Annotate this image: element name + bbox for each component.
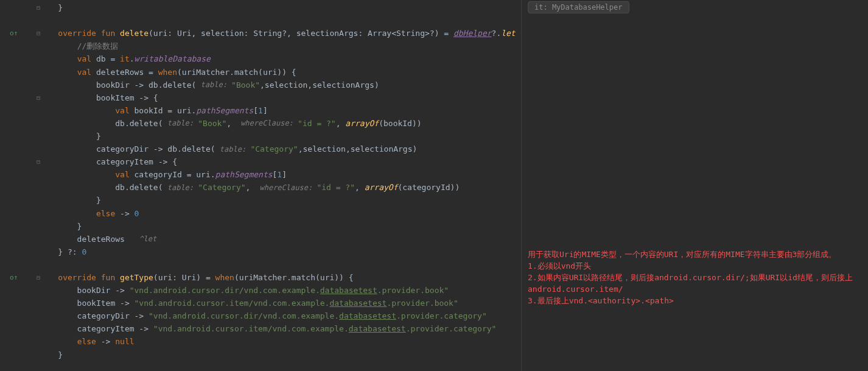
code-line: else -> null xyxy=(35,335,521,348)
code-line: //删除数据 xyxy=(35,40,521,52)
override-mark-icon[interactable]: o↑ xyxy=(10,29,18,37)
side-comment-line: 用于获取Uri的MIME类型，一个内容的URI，对应所有的MIME字符串主要由3… xyxy=(528,249,862,260)
code-line: categoryItem -> { xyxy=(35,155,521,168)
side-comment-line: 3.最后接上vnd.<authority>.<path> xyxy=(528,295,862,306)
gutter: ⊟ o↑⊟ ⊟ ⊟ o↑⊟ xyxy=(0,0,35,371)
code-line: } xyxy=(35,130,521,143)
side-comment-line: 1.必须以vnd开头 xyxy=(528,260,862,272)
code-line xyxy=(35,14,521,27)
code-line: db.delete( table: "Category", whereClaus… xyxy=(35,181,521,194)
inlay-hint: it: MyDatabaseHelper xyxy=(528,1,629,13)
override-mark-icon[interactable]: o↑ xyxy=(10,274,18,281)
code-line: val categoryId = uri.pathSegments[1] xyxy=(35,168,521,181)
code-line: val db = it.writableDatabase xyxy=(35,52,521,65)
code-line: } xyxy=(35,220,521,233)
code-line: } xyxy=(35,1,521,14)
code-line: else -> 0 xyxy=(35,207,521,220)
side-comment-block: 用于获取Uri的MIME类型，一个内容的URI，对应所有的MIME字符串主要由3… xyxy=(528,249,862,306)
side-panel: it: MyDatabaseHelper 用于获取Uri的MIME类型，一个内容… xyxy=(521,0,868,371)
code-line: } xyxy=(35,194,521,207)
code-line: } xyxy=(35,348,521,361)
code-line: } ?: 0 xyxy=(35,246,521,258)
code-line: deleteRows ^let xyxy=(35,233,521,246)
code-line: override fun delete(uri: Uri, selection:… xyxy=(35,27,521,40)
code-line: bookDir -> "vnd.android.cursor.dir/vnd.c… xyxy=(35,284,521,297)
editor-wrapper: ⊟ o↑⊟ ⊟ ⊟ o↑⊟ } override fun delete(uri: xyxy=(0,0,868,371)
side-comment-line: 2.如果内容URI以路径结尾，则后接android.cursor.dir/;如果… xyxy=(528,272,862,295)
code-editor[interactable]: } override fun delete(uri: Uri, selectio… xyxy=(35,0,521,371)
code-line: bookItem -> "vnd.android.cursor.item/vnd… xyxy=(35,297,521,309)
code-line: categoryDir -> "vnd.android.cursor.dir/v… xyxy=(35,309,521,322)
code-line: bookDir -> db.delete( table: "Book",sele… xyxy=(35,79,521,91)
code-line: val bookId = uri.pathSegments[1] xyxy=(35,104,521,117)
code-line: val deleteRows = when(uriMatcher.match(u… xyxy=(35,65,521,78)
code-line: bookItem -> { xyxy=(35,91,521,104)
code-line: categoryItem -> "vnd.android.cursor.item… xyxy=(35,322,521,335)
code-line xyxy=(35,258,521,271)
code-line: override fun getType(uri: Uri) = when(ur… xyxy=(35,271,521,284)
code-line: categoryDir -> db.delete( table: "Catego… xyxy=(35,143,521,155)
code-line: db.delete( table: "Book", whereClause: "… xyxy=(35,117,521,130)
